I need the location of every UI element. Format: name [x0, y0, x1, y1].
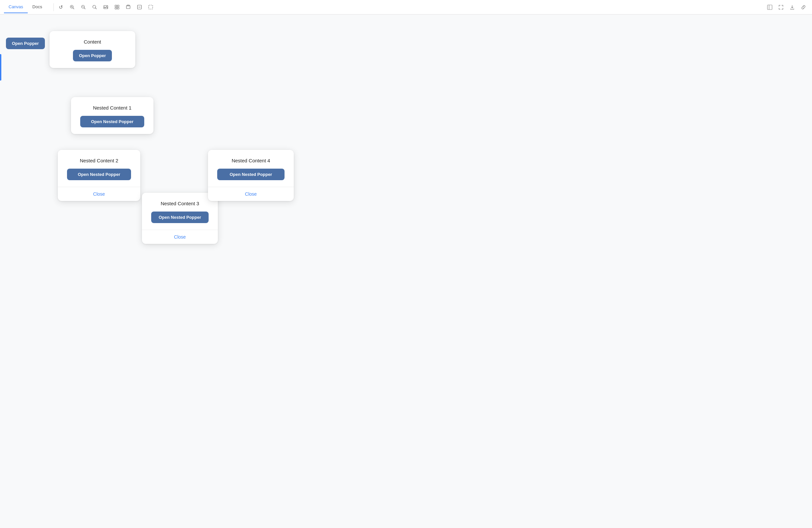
nested-card-3-title: Nested Content 3	[161, 201, 199, 206]
nested-card-4-close-button[interactable]: Close	[245, 191, 257, 197]
svg-rect-14	[117, 8, 119, 9]
zoom-in-icon[interactable]	[68, 3, 77, 12]
panel-icon[interactable]	[765, 3, 774, 12]
nested-card-1: Nested Content 1 Open Nested Popper	[71, 97, 154, 134]
svg-rect-11	[115, 5, 117, 7]
main-card-title: Content	[84, 39, 101, 45]
minus-square-icon[interactable]	[135, 3, 144, 12]
open-popper-button[interactable]: Open Popper	[6, 38, 45, 49]
tab-canvas[interactable]: Canvas	[4, 1, 28, 13]
image-icon[interactable]	[101, 3, 111, 12]
topbar: Canvas Docs ↺	[0, 0, 812, 15]
nested-card-4-footer: Close	[208, 187, 294, 201]
svg-point-7	[93, 5, 96, 8]
main-content-card: Content Open Popper	[49, 31, 135, 68]
svg-line-8	[96, 8, 97, 9]
tab-docs[interactable]: Docs	[28, 1, 47, 13]
main-card-body: Content Open Popper	[49, 31, 135, 68]
main-card-open-popper-button[interactable]: Open Popper	[73, 50, 112, 61]
nested-card-3-footer: Close	[142, 230, 218, 244]
canvas-area: Open Popper Content Open Popper Nested C…	[0, 15, 812, 528]
export-icon[interactable]	[787, 3, 797, 12]
fullscreen-icon[interactable]	[777, 3, 786, 12]
refresh-icon[interactable]: ↺	[56, 3, 66, 12]
nested-card-2-close-button[interactable]: Close	[93, 191, 105, 197]
topbar-right	[765, 3, 808, 12]
divider	[54, 3, 54, 11]
nested-card-3-button[interactable]: Open Nested Popper	[151, 211, 208, 223]
zoom-out-icon[interactable]	[79, 3, 88, 12]
topbar-tabs: Canvas Docs	[4, 1, 47, 13]
nested-card-4-body: Nested Content 4 Open Nested Popper	[208, 150, 294, 187]
nested-card-4: Nested Content 4 Open Nested Popper Clos…	[208, 150, 294, 201]
svg-rect-20	[767, 5, 772, 10]
nested-card-4-title: Nested Content 4	[232, 158, 270, 163]
svg-rect-12	[117, 5, 119, 7]
svg-point-10	[106, 6, 107, 6]
layers-icon[interactable]	[124, 3, 133, 12]
nested-card-2: Nested Content 2 Open Nested Popper Clos…	[58, 150, 140, 201]
standalone-button-wrap: Open Popper	[6, 38, 45, 49]
nested-card-1-title: Nested Content 1	[93, 105, 132, 111]
svg-line-5	[84, 8, 86, 9]
selection-icon[interactable]	[146, 3, 156, 12]
topbar-icons: ↺	[56, 3, 156, 12]
nested-card-3-close-button[interactable]: Close	[174, 234, 186, 239]
nested-card-3-body: Nested Content 3 Open Nested Popper	[142, 193, 218, 230]
svg-rect-19	[149, 5, 153, 9]
nested-card-2-body: Nested Content 2 Open Nested Popper	[58, 150, 140, 187]
nested-card-1-body: Nested Content 1 Open Nested Popper	[71, 97, 154, 134]
link-icon[interactable]	[799, 3, 808, 12]
nested-card-2-footer: Close	[58, 187, 140, 201]
search-icon[interactable]	[90, 3, 99, 12]
svg-rect-13	[115, 8, 117, 9]
nested-card-1-button[interactable]: Open Nested Popper	[80, 116, 144, 127]
grid-icon[interactable]	[113, 3, 122, 12]
nested-card-4-button[interactable]: Open Nested Popper	[217, 168, 285, 180]
nested-card-2-button[interactable]: Open Nested Popper	[67, 168, 131, 180]
svg-line-1	[73, 8, 74, 9]
left-accent-bar	[0, 54, 1, 80]
nested-card-3: Nested Content 3 Open Nested Popper Clos…	[142, 193, 218, 244]
nested-card-2-title: Nested Content 2	[80, 158, 118, 163]
